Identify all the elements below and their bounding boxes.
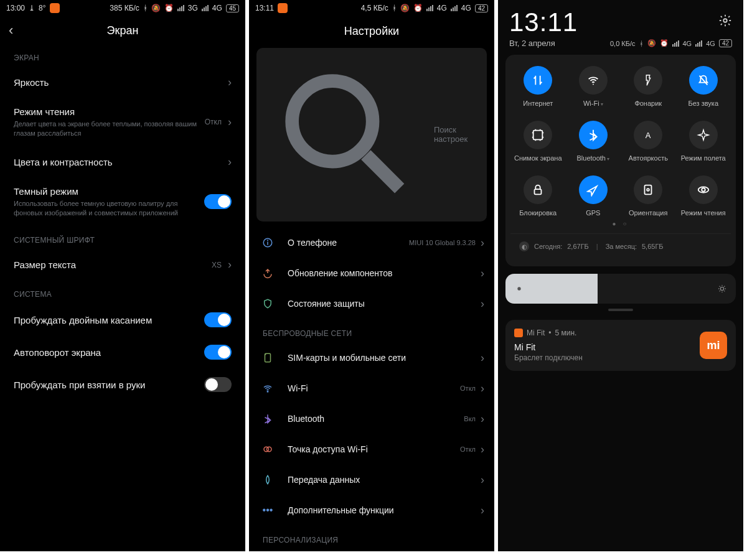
toggle-double-tap[interactable] xyxy=(204,312,232,327)
row-dark-mode[interactable]: Темный режим Использовать более темную ц… xyxy=(0,177,245,226)
net2-label: 4G xyxy=(212,4,222,12)
usage-month-value: 5,65ГБ xyxy=(642,243,664,250)
row-auto-rotate[interactable]: Автоповорот экрана xyxy=(0,336,245,368)
tile-wifi[interactable]: Wi-Fi▾ xyxy=(566,66,621,107)
row-text-size[interactable]: Размер текста XS › xyxy=(0,250,245,280)
usage-today-label: Сегодня: xyxy=(534,243,562,250)
row-value: XS xyxy=(212,261,222,269)
row-display[interactable]: Экран › xyxy=(249,549,494,551)
status-time: 13:00 xyxy=(6,4,25,12)
row-reading-mode[interactable]: Режим чтения Делает цвета на экране боле… xyxy=(0,98,245,147)
notification-card[interactable]: Mi Fit • 5 мин. Mi Fit Браслет подключен… xyxy=(505,320,736,371)
signal-icon xyxy=(177,5,184,11)
date: Вт, 2 апреля xyxy=(509,39,578,48)
chevron-icon: › xyxy=(481,236,484,250)
row-sim[interactable]: SIM-карты и мобильные сети › xyxy=(249,343,494,373)
toggle-dark-mode[interactable] xyxy=(204,194,232,209)
row-about-phone[interactable]: О телефоне MIUI 10 Global 9.3.28 › xyxy=(249,228,494,258)
shield-icon xyxy=(259,298,276,309)
tile-reading[interactable]: Режим чтения xyxy=(676,175,731,217)
row-label: Дополнительные функции xyxy=(288,505,481,515)
chevron-icon: › xyxy=(481,382,484,395)
brightness-rest xyxy=(598,284,736,294)
app-icon xyxy=(514,329,523,337)
sep: | xyxy=(596,243,598,250)
settings-button[interactable] xyxy=(718,14,732,30)
section-personalization: ПЕРСОНАЛИЗАЦИЯ xyxy=(249,526,494,549)
tile-orientation[interactable]: Ориентация xyxy=(621,175,676,217)
notif-app-name: Mi Fit xyxy=(527,329,545,337)
net1-label: 4G xyxy=(437,4,447,12)
sim-icon xyxy=(259,352,276,363)
shade-handle[interactable] xyxy=(608,309,633,311)
tile-screenshot[interactable]: Снимок экрана xyxy=(510,121,566,162)
net1-label: 4G xyxy=(683,40,692,47)
tile-internet[interactable]: Интернет xyxy=(510,66,566,107)
section-wireless: БЕСПРОВОДНЫЕ СЕТИ xyxy=(249,319,494,343)
battery-badge: 45 xyxy=(226,4,239,12)
usage-today-value: 2,67ГБ xyxy=(567,243,589,250)
row-wifi[interactable]: Wi-Fi Откл › xyxy=(249,373,494,404)
alarm-icon: ⏰ xyxy=(413,4,423,12)
svg-point-21 xyxy=(720,287,723,290)
search-input[interactable]: Поиск настроек xyxy=(256,48,487,222)
tile-label: Bluetooth▾ xyxy=(577,154,609,162)
status-bar: 13:00 ⤓ 8° 385 КБ/с ᚼ 🔕 ⏰ 3G 4G 45 xyxy=(0,0,245,16)
page-title: Экран xyxy=(9,24,237,37)
toggle-raise-to-wake[interactable] xyxy=(204,377,232,392)
notif-large-icon: mi xyxy=(700,332,727,359)
chevron-icon: › xyxy=(228,76,232,89)
row-data-usage[interactable]: Передача данных › xyxy=(249,465,494,495)
tile-lock[interactable]: Блокировка xyxy=(510,175,566,217)
row-brightness[interactable]: Яркость › xyxy=(0,67,245,98)
chevron-icon: › xyxy=(481,267,484,280)
torch-icon xyxy=(634,66,662,95)
tile-label: Режим полета xyxy=(681,154,726,162)
row-hotspot[interactable]: Точка доступа Wi-Fi Откл › xyxy=(249,434,494,465)
row-label: Темный режим xyxy=(14,186,204,197)
tile-label: Интернет xyxy=(523,100,553,107)
row-more[interactable]: ••• Дополнительные функции › xyxy=(249,495,494,526)
status-temp: 8° xyxy=(39,4,45,12)
status-speed: 0,0 КБ/с xyxy=(610,40,636,47)
phone-main-settings: 13:11 4,5 КБ/с ᚼ 🔕 ⏰ 4G 4G 42 Настройки … xyxy=(249,0,494,551)
svg-line-1 xyxy=(366,155,400,189)
row-colors[interactable]: Цвета и контрастность › xyxy=(0,147,245,177)
tile-silent[interactable]: Без звука xyxy=(676,66,731,107)
row-label: Пробуждать двойным касанием xyxy=(14,315,204,325)
tile-airplane[interactable]: Режим полета xyxy=(676,121,731,162)
notif-body: Браслет подключен xyxy=(514,353,693,362)
brightness-slider[interactable] xyxy=(505,274,736,304)
gps-icon xyxy=(579,175,608,204)
svg-point-11 xyxy=(593,84,594,85)
tile-autobright[interactable]: AАвтояркость xyxy=(621,121,676,162)
info-icon xyxy=(259,237,276,248)
alarm-icon: ⏰ xyxy=(660,39,669,47)
row-bluetooth[interactable]: Bluetooth Вкл › xyxy=(249,404,494,434)
row-value: Вкл xyxy=(464,415,476,422)
update-icon xyxy=(259,268,276,279)
row-sub: Делает цвета на экране более теплыми, по… xyxy=(14,119,200,138)
row-system-update[interactable]: Обновление компонентов › xyxy=(249,258,494,289)
autobright-icon: A xyxy=(634,121,662,149)
notif-app-row: Mi Fit • 5 мин. xyxy=(514,329,693,337)
chevron-icon: › xyxy=(481,352,484,365)
row-raise-to-wake[interactable]: Пробуждать при взятии в руки xyxy=(0,368,245,401)
page-indicator[interactable]: ● ○ xyxy=(510,217,731,233)
svg-point-18 xyxy=(702,188,705,192)
svg-rect-5 xyxy=(265,354,271,363)
toggle-auto-rotate[interactable] xyxy=(204,345,232,360)
svg-point-10 xyxy=(723,19,727,22)
net2-label: 4G xyxy=(706,40,715,47)
row-security-status[interactable]: Состояние защиты › xyxy=(249,289,494,319)
tile-torch[interactable]: Фонарик xyxy=(621,66,676,107)
hotspot-icon xyxy=(259,444,276,455)
sun-high-icon xyxy=(717,284,727,294)
tile-bluetooth[interactable]: Bluetooth▾ xyxy=(566,121,621,162)
row-label: Bluetooth xyxy=(288,414,464,424)
data-usage-row[interactable]: ◐ Сегодня: 2,67ГБ | За месяц: 5,65ГБ xyxy=(510,233,731,260)
row-double-tap[interactable]: Пробуждать двойным касанием xyxy=(0,304,245,336)
tile-gps[interactable]: GPS xyxy=(566,175,621,217)
data-icon xyxy=(259,474,276,485)
bluetooth-icon: ᚼ xyxy=(143,4,148,12)
